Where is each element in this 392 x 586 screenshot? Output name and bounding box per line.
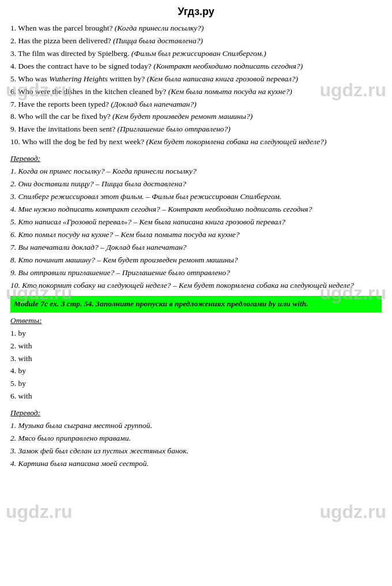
- questions-block: 1. When was the parcel brought? (Когда п…: [10, 22, 382, 148]
- trans2-3: 3. Замок фей был сделан из пустых жестян…: [10, 445, 382, 457]
- trans-2: 2. Они доставили пиццу? – Пицца была дос…: [10, 178, 382, 190]
- answer-1: 1. by: [10, 328, 382, 340]
- trans2-4: 4. Картина была написана моей сестрой.: [10, 458, 382, 470]
- translations2-block: 1. Музыка была сыграна местной группой. …: [10, 420, 382, 470]
- answer-6: 6. with: [10, 390, 382, 403]
- translation-header-2: Перевод:: [10, 408, 382, 418]
- trans-4: 4. Мне нужно подписать контракт сегодня?…: [10, 204, 382, 216]
- answer-3: 3. with: [10, 353, 382, 365]
- question-4: 4. Does the contract have to be signed t…: [10, 61, 382, 73]
- page: Угдз.ру 1. When was the parcel brought? …: [0, 0, 392, 586]
- trans-8: 8. Кто починит машину? – Кем будет произ…: [10, 254, 382, 266]
- question-1: 1. When was the parcel brought? (Когда п…: [10, 22, 382, 35]
- trans-9: 9. Вы отправили приглашение? – Приглашен…: [10, 267, 382, 279]
- answer-5: 5. by: [10, 378, 382, 390]
- question-9: 9. Have the invitations been sent? (Приг…: [10, 123, 382, 136]
- trans2-1: 1. Музыка была сыграна местной группой.: [10, 420, 382, 432]
- answer-2: 2. with: [10, 340, 382, 352]
- question-5: 5. Who was Wuthering Heights written by?…: [10, 73, 382, 85]
- question-3: 3. The film was directed by Spielberg. (…: [10, 48, 382, 60]
- translations-block: 1. Когда он принес посылку? – Когда прин…: [10, 166, 382, 291]
- watermark-6: ugdz.ru: [319, 501, 386, 523]
- trans-5: 5. Кто написал «Грозовой перевал»? – Кем…: [10, 216, 382, 228]
- question-2: 2. Has the pizza been delivered? (Пицца …: [10, 35, 382, 47]
- answer-4: 4. by: [10, 365, 382, 377]
- question-8: 8. Who will the car be fixed by? (Кем бу…: [10, 111, 382, 123]
- trans-7: 7. Вы напечатали доклад? – Доклад был на…: [10, 242, 382, 254]
- trans2-2: 2. Мясо было приправлено травами.: [10, 433, 382, 445]
- question-6: 6. Who were the dishes in the kitchen cl…: [10, 86, 382, 98]
- module-header: Module 7c ex. 3 стр. 54. Заполните пропу…: [10, 296, 382, 312]
- trans-6: 6. Кто помыл посуду на кухне? – Кем была…: [10, 229, 382, 241]
- watermark-5: ugdz.ru: [6, 501, 73, 523]
- question-7: 7. Have the reports been typed? (Доклад …: [10, 99, 382, 111]
- question-10: 10. Who will the dog be fed by next week…: [10, 136, 382, 148]
- trans-1: 1. Когда он принес посылку? – Когда прин…: [10, 166, 382, 178]
- answers-header: Ответы:: [10, 316, 382, 325]
- site-title: Угдз.ру: [10, 6, 382, 18]
- translation-header-1: Перевод:: [10, 154, 382, 163]
- trans-3: 3. Спилберг режиссировал этот фильм. – Ф…: [10, 191, 382, 203]
- answers-block: 1. by 2. with 3. with 4. by 5. by 6. wit…: [10, 328, 382, 403]
- trans-10: 10. Кто покормит собаку на следующей нед…: [10, 280, 382, 292]
